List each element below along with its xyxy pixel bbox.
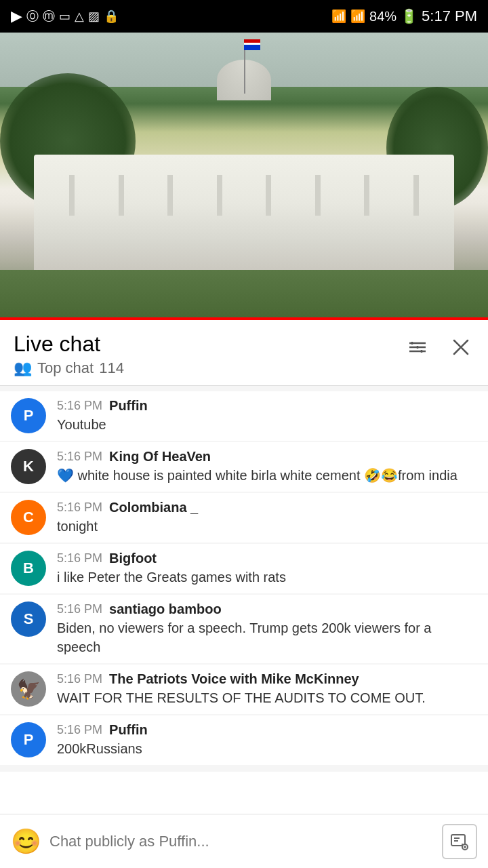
emoji-button[interactable]: 😊: [11, 827, 41, 856]
message-row: P5:16 PMPuffin200kRussians: [0, 715, 488, 765]
chat-header-right: [404, 334, 474, 366]
viewer-count: 114: [99, 359, 124, 377]
message-text: WAIT FOR THE RESULTS OF THE AUDITS TO CO…: [57, 688, 477, 707]
message-content: 5:16 PMBigfooti like Peter the Greats ga…: [57, 551, 477, 587]
battery-icon: 🔋: [401, 8, 418, 24]
filter-button[interactable]: [404, 334, 431, 366]
battery-percent: 84%: [369, 9, 396, 24]
message-meta: 5:16 PMColombiana _: [57, 500, 477, 515]
youtube-icon: ▶: [11, 7, 22, 25]
message-username[interactable]: Bigfoot: [109, 551, 157, 566]
message-text: tonight: [57, 517, 477, 536]
avatar: C: [11, 500, 46, 535]
message-row: K5:16 PMKing Of HeaVen💙 white house is p…: [0, 442, 488, 492]
status-bar: ▶ ⓪ ⓜ ▭ △ ▨ 🔒 📶 📶 84% 🔋 5:17 PM: [0, 0, 488, 33]
message-content: 5:16 PMColombiana _tonight: [57, 500, 477, 536]
signal-icon: 📶: [350, 9, 365, 24]
message-meta: 5:16 PMBigfoot: [57, 551, 477, 566]
m2-icon: ⓜ: [43, 8, 55, 24]
chat-messages-list: P5:16 PMPuffinYoutubeK5:16 PMKing Of Hea…: [0, 386, 488, 772]
message-row: 🦅5:16 PMThe Patriots Voice with Mike McK…: [0, 665, 488, 714]
message-text: 💙 white house is painted white birla whi…: [57, 466, 477, 485]
chat-title: Live chat: [14, 331, 124, 357]
avatar: P: [11, 398, 46, 433]
message-time: 5:16 PM: [57, 551, 102, 566]
alert-icon: △: [75, 9, 84, 24]
avatar: B: [11, 551, 46, 586]
message-time: 5:16 PM: [57, 450, 102, 464]
chat-header-left: Live chat 👥 Top chat 114: [14, 331, 124, 377]
photo-icon: ▨: [88, 9, 100, 24]
avatar: K: [11, 449, 46, 484]
m1-icon: ⓪: [26, 8, 39, 24]
message-content: 5:16 PMKing Of HeaVen💙 white house is pa…: [57, 449, 477, 485]
message-username[interactable]: santiago bamboo: [109, 601, 222, 617]
message-username[interactable]: The Patriots Voice with Mike McKinney: [109, 671, 359, 687]
message-text: Biden, no viewers for a speech. Trump ge…: [57, 618, 477, 656]
status-right-icons: 📶 📶 84% 🔋 5:17 PM: [331, 7, 477, 25]
message-username[interactable]: Puffin: [109, 398, 148, 414]
message-row: P5:16 PMPuffinYoutube: [0, 391, 488, 441]
avatar: 🦅: [11, 671, 46, 707]
send-button[interactable]: [442, 824, 477, 859]
message-username[interactable]: King Of HeaVen: [109, 449, 211, 465]
message-time: 5:16 PM: [57, 399, 102, 413]
file-icon: ▭: [59, 9, 70, 24]
message-meta: 5:16 PMThe Patriots Voice with Mike McKi…: [57, 671, 477, 687]
lock-icon: 🔒: [104, 9, 119, 24]
message-time: 5:16 PM: [57, 672, 102, 686]
message-text: Youtube: [57, 415, 477, 434]
message-text: i like Peter the Greats games with rats: [57, 568, 477, 587]
message-row: C5:16 PMColombiana _tonight: [0, 493, 488, 542]
chat-input-bar: 😊: [0, 814, 488, 868]
message-username[interactable]: Puffin: [109, 722, 148, 738]
message-text: 200kRussians: [57, 739, 477, 758]
message-row: B5:16 PMBigfooti like Peter the Greats g…: [0, 544, 488, 593]
clock: 5:17 PM: [422, 7, 477, 25]
message-meta: 5:16 PMsantiago bamboo: [57, 601, 477, 617]
status-left-icons: ▶ ⓪ ⓜ ▭ △ ▨ 🔒: [11, 7, 119, 25]
chat-sub: 👥 Top chat 114: [14, 359, 124, 377]
message-content: 5:16 PMThe Patriots Voice with Mike McKi…: [57, 671, 477, 707]
top-chat-label[interactable]: Top chat: [37, 359, 94, 377]
message-meta: 5:16 PMPuffin: [57, 722, 477, 738]
message-username[interactable]: Colombiana _: [109, 500, 198, 515]
chat-header: Live chat 👥 Top chat 114: [0, 320, 488, 386]
message-content: 5:16 PMsantiago bambooBiden, no viewers …: [57, 601, 477, 656]
avatar: P: [11, 722, 46, 757]
message-time: 5:16 PM: [57, 602, 102, 616]
avatar: S: [11, 601, 46, 637]
message-meta: 5:16 PMKing Of HeaVen: [57, 449, 477, 465]
message-row: S5:16 PMsantiago bambooBiden, no viewers…: [0, 595, 488, 663]
message-meta: 5:16 PMPuffin: [57, 398, 477, 414]
wifi-icon: 📶: [331, 9, 346, 24]
viewers-icon: 👥: [14, 359, 32, 377]
message-time: 5:16 PM: [57, 723, 102, 737]
message-time: 5:16 PM: [57, 500, 102, 515]
close-button[interactable]: [447, 334, 474, 366]
message-content: 5:16 PMPuffin200kRussians: [57, 722, 477, 758]
video-player[interactable]: [0, 33, 488, 317]
message-content: 5:16 PMPuffinYoutube: [57, 398, 477, 434]
chat-input[interactable]: [49, 833, 434, 850]
